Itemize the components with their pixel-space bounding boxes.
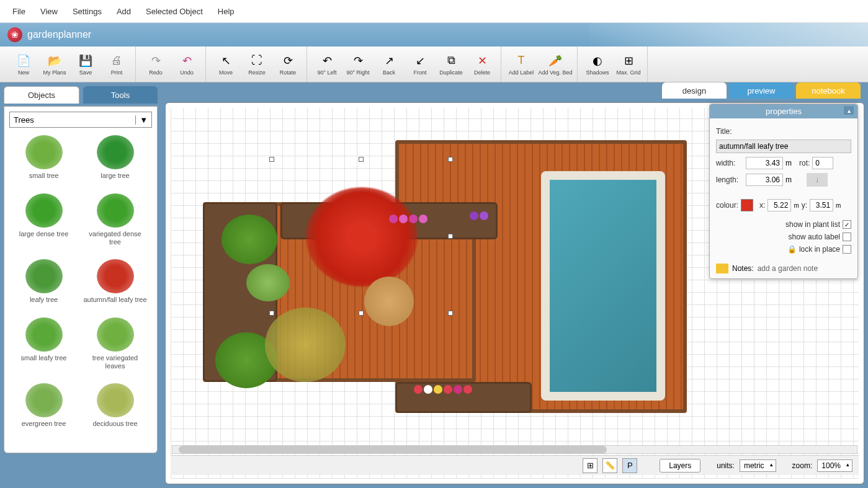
length-label: length: bbox=[716, 175, 743, 184]
object-label: leafy tree bbox=[30, 296, 58, 304]
x-label: x: bbox=[759, 201, 765, 210]
horizontal-scrollbar[interactable] bbox=[172, 445, 857, 454]
rotate-left-button[interactable]: ↶90° Left bbox=[312, 50, 342, 79]
notes-icon bbox=[716, 264, 728, 273]
garden-plan[interactable] bbox=[203, 140, 687, 413]
tab-tools[interactable]: Tools bbox=[83, 86, 158, 104]
title-input[interactable] bbox=[716, 140, 851, 153]
menu-settings[interactable]: Settings bbox=[65, 7, 109, 16]
lock-label: lock in place bbox=[799, 245, 840, 254]
titlebar: ❀ gardenplanner bbox=[0, 23, 868, 47]
object-item[interactable]: leafy tree bbox=[9, 257, 78, 313]
category-dropdown[interactable]: Trees ▼ bbox=[9, 112, 152, 128]
perspective-toggle[interactable]: P bbox=[622, 458, 637, 473]
scrollbar-thumb[interactable] bbox=[179, 446, 607, 453]
tree-icon bbox=[25, 193, 63, 228]
table-icon[interactable] bbox=[364, 277, 414, 326]
tree-icon[interactable] bbox=[265, 308, 346, 382]
bring-front-button[interactable]: ↙Front bbox=[405, 50, 435, 79]
ruler-toggle-icon[interactable]: 📏 bbox=[602, 458, 617, 473]
flip-button[interactable]: ↓ bbox=[807, 173, 828, 187]
properties-header[interactable]: properties ▴ bbox=[710, 104, 857, 118]
tree-icon bbox=[25, 259, 63, 293]
tree-icon[interactable] bbox=[221, 215, 277, 264]
colour-swatch[interactable] bbox=[741, 199, 753, 211]
tab-notebook[interactable]: notebook bbox=[796, 82, 861, 99]
width-label: width: bbox=[716, 159, 743, 167]
lock-checkbox[interactable] bbox=[843, 245, 851, 254]
toolbar: 📄New 📂My Plans 💾Save 🖨Print ↷Redo ↶Undo … bbox=[0, 47, 868, 82]
duplicate-button[interactable]: ⧉Duplicate bbox=[436, 50, 466, 79]
tree-icon[interactable] bbox=[246, 264, 290, 301]
colour-label: colour: bbox=[716, 201, 738, 210]
object-item[interactable]: large tree bbox=[81, 133, 150, 189]
menu-help[interactable]: Help bbox=[210, 7, 242, 16]
bottom-bar: ⊞ 📏 P Layers units: metric zoom: 100% bbox=[171, 455, 859, 475]
add-vegbed-button[interactable]: 🥕Add Veg. Bed bbox=[537, 50, 573, 79]
object-item[interactable]: variegated dense tree bbox=[81, 191, 150, 255]
y-input[interactable] bbox=[810, 199, 833, 211]
tab-preview[interactable]: preview bbox=[729, 82, 794, 99]
x-unit: m bbox=[794, 202, 799, 209]
rot-input[interactable] bbox=[812, 157, 833, 169]
tab-design[interactable]: design bbox=[662, 82, 727, 99]
tab-objects[interactable]: Objects bbox=[4, 86, 79, 104]
menu-file[interactable]: File bbox=[5, 7, 33, 16]
maxgrid-button[interactable]: ⊞Max. Grid bbox=[614, 50, 643, 79]
grid-toggle-icon[interactable]: ⊞ bbox=[583, 458, 597, 473]
menubar: File View Settings Add Selected Object H… bbox=[0, 0, 868, 23]
notes-hint[interactable]: add a garden note bbox=[758, 264, 818, 273]
object-label: tree variegated leaves bbox=[83, 354, 147, 370]
move-button[interactable]: ↖Move bbox=[211, 50, 241, 79]
length-unit: m bbox=[785, 175, 792, 184]
autumn-tree-icon bbox=[306, 187, 418, 286]
properties-panel: properties ▴ Title: width: m rot: length… bbox=[709, 104, 858, 279]
menu-add[interactable]: Add bbox=[109, 7, 138, 16]
dropdown-icon: ▼ bbox=[135, 115, 148, 125]
selected-object[interactable] bbox=[271, 159, 451, 314]
pool[interactable] bbox=[541, 171, 665, 401]
rotate-button[interactable]: ⟳Rotate bbox=[273, 50, 303, 79]
units-select[interactable]: metric bbox=[740, 459, 776, 472]
x-input[interactable] bbox=[767, 199, 791, 211]
zoom-select[interactable]: 100% bbox=[817, 459, 852, 472]
zoom-label: zoom: bbox=[792, 461, 813, 470]
flowers-icon[interactable] bbox=[470, 211, 519, 220]
object-item[interactable]: small tree bbox=[9, 133, 78, 189]
object-item[interactable]: large dense tree bbox=[9, 191, 78, 255]
show-autolabel-checkbox[interactable] bbox=[843, 233, 851, 241]
show-plantlist-checkbox[interactable]: ✓ bbox=[843, 220, 851, 229]
print-button[interactable]: 🖨Print bbox=[102, 50, 132, 79]
show-autolabel-label: show auto label bbox=[789, 233, 840, 241]
object-item[interactable]: autumn/fall leafy tree bbox=[81, 257, 150, 313]
object-grid[interactable]: small treelarge treelarge dense treevari… bbox=[9, 133, 152, 437]
object-item[interactable]: small leafy tree bbox=[9, 315, 78, 379]
left-panel: Objects Tools Trees ▼ small treelarge tr… bbox=[0, 82, 161, 488]
object-label: variegated dense tree bbox=[83, 230, 147, 246]
menu-selected-object[interactable]: Selected Object bbox=[138, 7, 210, 16]
object-item[interactable]: evergreen tree bbox=[9, 381, 78, 437]
objects-panel: Trees ▼ small treelarge treelarge dense … bbox=[4, 106, 158, 453]
rotate-right-button[interactable]: ↷90° Right bbox=[343, 50, 373, 79]
collapse-icon[interactable]: ▴ bbox=[844, 106, 854, 115]
delete-button[interactable]: ✕Delete bbox=[467, 50, 497, 79]
redo-button[interactable]: ↷Redo bbox=[141, 50, 171, 79]
object-item[interactable]: tree variegated leaves bbox=[81, 315, 150, 379]
send-back-button[interactable]: ↗Back bbox=[374, 50, 404, 79]
object-item[interactable]: deciduous tree bbox=[81, 381, 150, 437]
menu-view[interactable]: View bbox=[33, 7, 65, 16]
save-button[interactable]: 💾Save bbox=[71, 50, 101, 79]
myplans-button[interactable]: 📂My Plans bbox=[40, 50, 69, 79]
shadows-button[interactable]: ◐Shadows bbox=[583, 50, 612, 79]
flowers-icon[interactable] bbox=[414, 385, 526, 394]
titlebar-decoration bbox=[589, 23, 868, 47]
layers-button[interactable]: Layers bbox=[660, 459, 700, 472]
new-button[interactable]: 📄New bbox=[9, 50, 38, 79]
resize-button[interactable]: ⛶Resize bbox=[242, 50, 272, 79]
undo-button[interactable]: ↶Undo bbox=[172, 50, 202, 79]
add-label-button[interactable]: TAdd Label bbox=[506, 50, 536, 79]
object-label: large dense tree bbox=[19, 230, 69, 238]
length-input[interactable] bbox=[746, 174, 783, 186]
canvas-area: design preview notebook bbox=[161, 82, 868, 488]
width-input[interactable] bbox=[746, 157, 783, 169]
